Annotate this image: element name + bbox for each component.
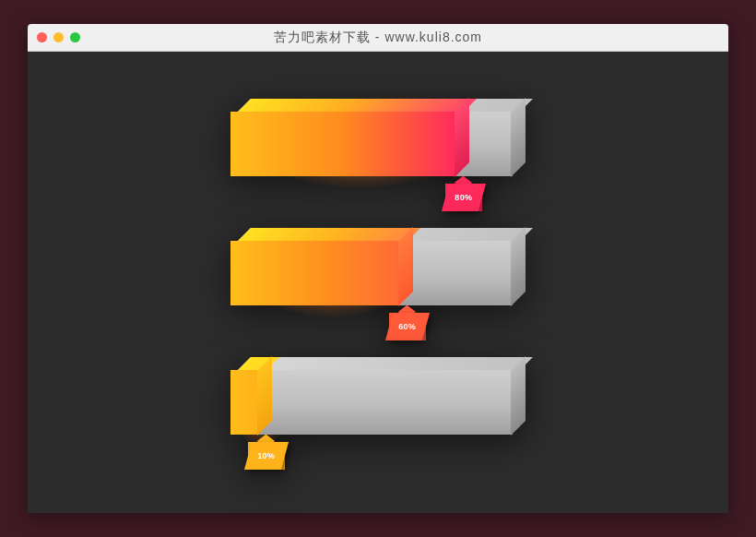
- minimize-icon[interactable]: [53, 32, 64, 42]
- progress-bar: 60%: [230, 241, 526, 305]
- fill: [230, 357, 272, 435]
- percent-flag: 10%: [248, 442, 285, 470]
- percent-label: 80%: [455, 193, 472, 202]
- bar-3d: [230, 370, 526, 435]
- app-window: 苦力吧素材下载 - www.kuli8.com 80%: [28, 24, 728, 513]
- percent-flag: 80%: [445, 184, 482, 211]
- percent-flag: 60%: [389, 313, 426, 340]
- stage: 80% 60%: [28, 52, 728, 513]
- fill-front-face: [230, 370, 259, 435]
- percent-label: 60%: [398, 322, 416, 331]
- progress-bar: 80%: [230, 112, 526, 176]
- window-title: 苦力吧素材下载 - www.kuli8.com: [28, 30, 728, 46]
- close-icon[interactable]: [37, 32, 47, 42]
- fill-front-face: [230, 112, 456, 176]
- fill-right-face: [455, 98, 469, 177]
- track-right-face: [511, 227, 526, 306]
- fill: [230, 228, 413, 305]
- fill: [230, 99, 469, 176]
- bar-3d: [230, 112, 526, 176]
- track-right-face: [511, 98, 526, 177]
- fill-right-face: [398, 227, 413, 306]
- percent-label: 10%: [257, 451, 275, 460]
- fill-right-face: [257, 356, 272, 436]
- track-right-face: [511, 356, 526, 436]
- track-front-face: [230, 370, 513, 435]
- titlebar: 苦力吧素材下载 - www.kuli8.com: [28, 24, 728, 52]
- window-controls: [37, 32, 80, 42]
- maximize-icon[interactable]: [70, 32, 80, 42]
- fill-front-face: [230, 241, 400, 305]
- progress-bar: 10%: [230, 370, 526, 435]
- bar-3d: [230, 241, 526, 305]
